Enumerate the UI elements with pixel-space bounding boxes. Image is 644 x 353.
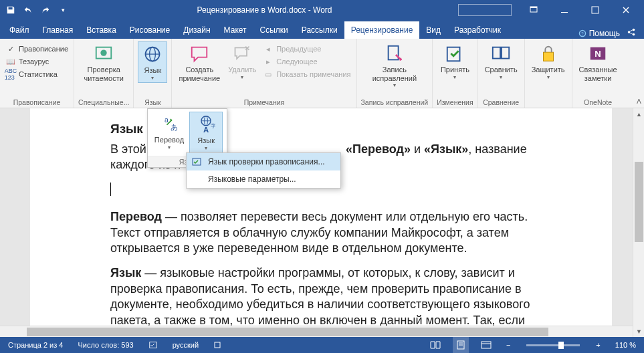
minimize-icon[interactable] xyxy=(549,0,580,20)
svg-rect-1 xyxy=(530,7,537,8)
accessibility-button[interactable]: Проверка читаемости xyxy=(82,41,126,84)
window-controls xyxy=(518,0,641,20)
set-proofing-language-label: Язык проверки правописания... xyxy=(208,157,325,166)
chevron-down-icon: ▾ xyxy=(453,74,456,80)
page-number[interactable]: Страница 2 из 4 xyxy=(5,337,66,353)
tab-home[interactable]: Главная xyxy=(36,21,80,39)
accept-button[interactable]: Принять ▾ xyxy=(438,41,472,82)
language-status[interactable]: русский xyxy=(170,337,201,353)
chevron-down-icon: ▾ xyxy=(151,75,154,81)
tab-file[interactable]: Файл xyxy=(3,21,36,39)
compare-label: Сравнить xyxy=(485,66,518,74)
group-proofing: ✓Правописание 📖Тезаурус ABC123Статистика… xyxy=(0,39,74,108)
thesaurus-button[interactable]: 📖Тезаурус xyxy=(4,55,70,68)
collapse-ribbon-icon[interactable]: ᐱ xyxy=(637,98,641,105)
language-preferences-item[interactable]: Языковые параметры... xyxy=(187,170,340,188)
titlebar: ▾ Рецензирование в Word.docx - Word xyxy=(0,0,644,20)
undo-icon[interactable] xyxy=(20,2,36,18)
track-changes-button[interactable]: Запись исправлений ▾ xyxy=(370,41,419,90)
ribbon-options-icon[interactable] xyxy=(518,0,549,20)
quick-access-toolbar: ▾ xyxy=(3,2,71,18)
svg-text:N: N xyxy=(595,49,601,59)
set-proofing-language-item[interactable]: Язык проверки правописания... xyxy=(187,153,340,170)
new-comment-button[interactable]: Создать примечание xyxy=(176,41,223,84)
delete-comment-label: Удалить xyxy=(228,66,256,74)
svg-text:あ: あ xyxy=(171,123,178,131)
zoom-knob[interactable] xyxy=(558,342,564,349)
tell-me[interactable]: ?Помощь xyxy=(578,29,620,38)
scroll-up-icon[interactable]: ▲ xyxy=(633,108,644,120)
macro-status-icon[interactable] xyxy=(211,337,224,353)
tab-draw[interactable]: Рисование xyxy=(123,21,177,39)
scroll-thumb-h[interactable] xyxy=(27,328,548,336)
show-comments-button[interactable]: ▭Показать примечания xyxy=(261,68,352,80)
scroll-down-icon[interactable]: ▼ xyxy=(633,326,644,337)
protect-button[interactable]: Защитить ▾ xyxy=(529,41,568,82)
svg-rect-17 xyxy=(502,47,509,59)
help-label: Помощь xyxy=(589,29,620,38)
blank-icon xyxy=(192,174,203,185)
group-changes-label: Изменения xyxy=(437,97,473,108)
language-button[interactable]: Язык ▾ xyxy=(138,41,167,83)
web-layout-icon[interactable] xyxy=(478,337,494,353)
group-compare: Сравнить ▾ Сравнение xyxy=(478,39,525,108)
spelling-button[interactable]: ✓Правописание xyxy=(4,43,70,55)
svg-point-10 xyxy=(101,49,107,55)
next-comment-label: Следующее xyxy=(276,57,318,66)
group-onenote: N Связанные заметки OneNote xyxy=(572,39,624,108)
group-protect: Защитить ▾ xyxy=(525,39,572,108)
scroll-thumb[interactable] xyxy=(635,162,643,242)
zoom-in-icon[interactable]: + xyxy=(593,337,603,353)
svg-rect-2 xyxy=(561,12,568,13)
qat-dropdown-icon[interactable]: ▾ xyxy=(55,2,71,18)
group-protect-label xyxy=(547,97,549,108)
svg-text:a: a xyxy=(165,116,169,124)
delete-comment-button[interactable]: Удалить ▾ xyxy=(225,41,259,82)
vertical-scrollbar[interactable]: ▲ ▼ xyxy=(633,108,644,337)
group-language-label: Язык xyxy=(144,97,161,108)
account-box[interactable] xyxy=(458,4,512,16)
group-accessibility: Проверка читаемости Специальные... xyxy=(74,39,134,108)
tab-design[interactable]: Дизайн xyxy=(177,21,217,39)
svg-text:?: ? xyxy=(581,31,584,36)
tab-references[interactable]: Ссылки xyxy=(253,21,295,39)
onenote-label: Связанные заметки xyxy=(579,66,617,82)
spellcheck-status-icon[interactable] xyxy=(146,337,160,353)
zoom-slider[interactable] xyxy=(526,344,580,346)
language-submenu: Язык проверки правописания... Языковые п… xyxy=(186,152,341,189)
zoom-level[interactable]: 110 % xyxy=(613,337,639,353)
zoom-out-icon[interactable]: − xyxy=(504,337,513,353)
read-mode-icon[interactable] xyxy=(427,337,443,353)
redo-icon[interactable] xyxy=(37,2,53,18)
maximize-icon[interactable] xyxy=(580,0,611,20)
wordcount-button[interactable]: ABC123Статистика xyxy=(4,68,70,80)
tab-insert[interactable]: Вставка xyxy=(80,21,123,39)
onenote-button[interactable]: N Связанные заметки xyxy=(576,41,620,84)
group-proofing-label: Правописание xyxy=(13,97,61,108)
tab-layout[interactable]: Макет xyxy=(217,21,253,39)
share-icon[interactable] xyxy=(627,27,636,39)
translate-button[interactable]: aあ Перевод ▾ xyxy=(152,112,187,152)
document-page[interactable]: Язык В этой «Перевод» и «Язык», название… xyxy=(30,108,612,337)
word-count[interactable]: Число слов: 593 xyxy=(75,337,136,353)
tab-review[interactable]: Рецензирование xyxy=(344,21,420,39)
chevron-down-icon: ▾ xyxy=(241,74,243,80)
tab-mailings[interactable]: Рассылки xyxy=(295,21,344,39)
statusbar: Страница 2 из 4 Число слов: 593 русский … xyxy=(0,337,644,353)
group-tracking: Запись исправлений ▾ Запись исправлений xyxy=(357,39,433,108)
close-icon[interactable] xyxy=(611,0,641,20)
svg-text:A: A xyxy=(203,126,209,134)
print-layout-icon[interactable] xyxy=(453,337,469,353)
language-gallery-button[interactable]: A字 Язык ▾ xyxy=(189,112,223,153)
next-comment-button[interactable]: ▸Следующее xyxy=(261,55,352,68)
horizontal-scrollbar[interactable] xyxy=(0,326,633,337)
chevron-down-icon: ▾ xyxy=(393,82,396,88)
tab-view[interactable]: Вид xyxy=(419,21,447,39)
prev-comment-button[interactable]: ◂Предыдущее xyxy=(261,43,352,55)
save-icon[interactable] xyxy=(3,2,19,18)
svg-rect-14 xyxy=(388,46,398,60)
compare-button[interactable]: Сравнить ▾ xyxy=(482,41,520,82)
group-language: Язык ▾ Язык xyxy=(134,39,172,108)
tab-developer[interactable]: Разработчик xyxy=(447,21,508,39)
group-compare-label: Сравнение xyxy=(483,97,519,108)
